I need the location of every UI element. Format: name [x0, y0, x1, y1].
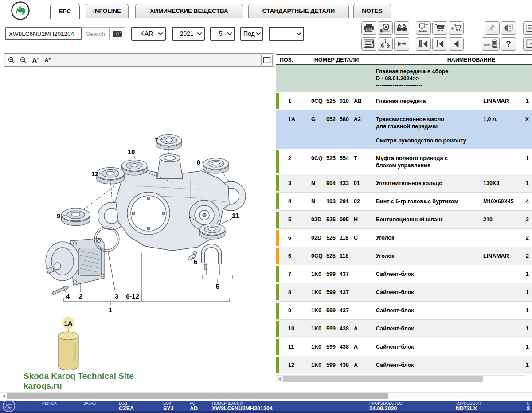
mount-12 — [97, 168, 125, 184]
diagram-callout[interactable]: 10 — [128, 148, 135, 156]
cell-pn-suffix: A — [354, 343, 372, 350]
month-select[interactable]: 5 — [210, 27, 235, 41]
diagram-callout[interactable]: 8 — [197, 158, 200, 166]
mini-button[interactable]: MINI — [482, 37, 500, 51]
table-row[interactable]: 10 1K0 599 438 A Сайлент-блок 1 — [276, 320, 532, 338]
chassis-search-input[interactable] — [5, 27, 82, 40]
table-scroll-left-button[interactable] — [276, 376, 283, 382]
diagram-callout[interactable]: 6-12 — [126, 292, 139, 300]
list-view-button[interactable] — [361, 37, 376, 51]
cell-pos: 11 — [276, 343, 311, 350]
table-row[interactable]: 2 0CQ 525 554 T Муфта полного привода с … — [276, 149, 532, 174]
diagram-callout[interactable]: 9 — [57, 212, 60, 220]
font-increase-icon: A▴ — [32, 57, 39, 63]
diagram-callout[interactable]: 1A — [63, 317, 74, 329]
cell-pos: 6 — [276, 252, 311, 260]
search-button[interactable]: Search — [82, 27, 110, 40]
cell-qty: 1 — [519, 307, 531, 314]
tab-infoline[interactable]: INFOLINE — [86, 4, 129, 18]
header-name: НАИМЕНОВАНИЕ — [400, 57, 532, 63]
tab-epc[interactable]: EPC — [50, 4, 80, 19]
camera-button[interactable] — [110, 27, 125, 40]
tab-notes[interactable]: NOTES — [353, 4, 391, 18]
page-scroll-thumb[interactable] — [7, 393, 388, 399]
cell-name: Винт с 6-гр.головк.с буртиком — [372, 198, 479, 205]
exit-button[interactable] — [523, 37, 532, 51]
nav-back-icon — [450, 39, 462, 49]
nav-back-button[interactable] — [449, 37, 464, 51]
extra-select[interactable] — [269, 27, 304, 41]
cell-pn-suffix: C — [354, 234, 372, 241]
cell-pn-prefix: 0CQ — [311, 98, 326, 105]
font-increase-button[interactable]: A▴ — [30, 55, 41, 65]
diagram-callout[interactable]: 12 — [91, 170, 99, 177]
cell-pn-prefix: 02D — [311, 216, 326, 223]
help-button[interactable]: ? — [501, 37, 516, 51]
search-parts-button[interactable] — [394, 21, 409, 35]
svg-text:MINI: MINI — [484, 43, 490, 47]
zoom-in-button[interactable] — [6, 55, 17, 65]
car-info-button[interactable] — [378, 37, 393, 51]
table-row[interactable]: 11 1K0 599 438 A Сайлент-блок 1 — [276, 338, 532, 356]
cell-pn-mid2: 010 — [340, 98, 354, 105]
play-minus-button[interactable] — [394, 37, 409, 51]
table-row[interactable]: 8 1K0 599 437 Сайлент-блок 1 — [276, 283, 532, 302]
model-select[interactable]: KAR — [131, 27, 166, 41]
document-button[interactable] — [523, 21, 532, 35]
cell-qty: 1 — [519, 98, 531, 105]
table-row[interactable]: 1A G 052 580 A2 Трансмиссионное масло дл… — [276, 110, 532, 149]
cell-pn-prefix: N — [311, 180, 326, 187]
nav-first-button[interactable] — [416, 37, 431, 51]
cell-name: Сайлент-блок — [372, 362, 479, 369]
previous-document-button[interactable] — [501, 21, 516, 35]
diagram-callout[interactable]: 1 — [109, 306, 112, 314]
table-scroll-thumb[interactable] — [283, 376, 483, 382]
table-row[interactable]: 9 1K0 599 437 Сайлент-блок 1 — [276, 302, 532, 320]
cell-pos: 7 — [276, 271, 311, 278]
print-button[interactable] — [361, 21, 376, 35]
cell-pos: 3 — [276, 180, 311, 187]
table-row[interactable]: 6 02D 525 118 C Уголок 2 — [276, 229, 532, 247]
year-select[interactable]: 2021 — [172, 27, 205, 41]
cell-pn-mid2: 438 — [340, 325, 354, 332]
table-group-header[interactable]: Главная передача в сборе D - 08.01.2024>… — [276, 65, 532, 92]
zoom-out-button[interactable] — [18, 55, 29, 65]
table-row[interactable]: 5 02D 525 095 H Вентиляционный шланг 210… — [276, 211, 532, 229]
tab-chemicals[interactable]: ХИМИЧЕСКИЕ ВЕЩЕСТВА — [135, 4, 243, 18]
diagram-callout[interactable]: 5 — [216, 283, 219, 290]
table-row[interactable]: 12 1K0 599 438 A Сайлент-блок 1 — [276, 356, 532, 374]
pin-button[interactable] — [485, 21, 500, 35]
cell-pn-mid1: 904 — [326, 180, 340, 187]
tab-standard-parts[interactable]: СТАНДАРТНЫЕ ДЕТАЛИ — [248, 4, 349, 18]
diagram-callout[interactable]: 11 — [232, 212, 239, 219]
row-color-bar — [276, 175, 279, 191]
header-pos: ПОЗ. — [280, 57, 293, 63]
table-row[interactable]: 4 N 103 291 02 Винт с 6-гр.головк.с бурт… — [276, 193, 532, 211]
cell-pn-mid1: 525 — [326, 234, 340, 241]
zoom-out-icon — [20, 56, 27, 64]
group-select[interactable]: Под — [240, 27, 263, 41]
wheel-service-button[interactable] — [378, 21, 393, 35]
diagram-callout[interactable]: 7 — [155, 136, 158, 144]
status-field-production: ПРОИЗВОДСТВО24.09.2020 — [369, 401, 402, 411]
cart-button[interactable] — [432, 21, 447, 35]
table-row[interactable]: 7 1K0 599 437 Сайлент-блок 1 — [276, 265, 532, 283]
diagram-callout[interactable]: 6 — [194, 258, 197, 265]
parts-table: ПОЗ. НОМЕР ДЕТАЛИ НАИМЕНОВАНИЕ Главная п… — [276, 54, 532, 374]
table-row[interactable]: 3 N 904 433 01 Уплотнительное кольцо 130… — [276, 174, 532, 193]
window-layout-button[interactable] — [261, 55, 273, 65]
wheel-service-icon — [379, 23, 391, 33]
cell-pn-mid1: 599 — [326, 271, 340, 278]
nav-previous-button[interactable] — [432, 37, 447, 51]
cell-name: Уплотнительное кольцо — [372, 180, 479, 187]
page-scroll-left-button[interactable] — [0, 393, 7, 399]
diagram-callout[interactable]: 2 — [79, 292, 82, 300]
font-decrease-button[interactable]: A▾ — [42, 55, 53, 65]
elsa-button[interactable]: ELSA — [416, 21, 431, 35]
table-row[interactable]: 6 0CQ 525 118 Уголок LINAMAR 2 — [276, 247, 532, 265]
cart-export-button[interactable] — [449, 21, 464, 35]
diagram-callout[interactable]: 4 — [66, 292, 70, 300]
table-row[interactable]: 1 0CQ 525 010 AB Главная передача LINAMA… — [276, 92, 532, 110]
status-field-chassis-number: НОМЕР ШАССИXW8LC6NU2MH201204 — [212, 401, 273, 411]
diagram-callout[interactable]: 3 — [115, 292, 118, 300]
